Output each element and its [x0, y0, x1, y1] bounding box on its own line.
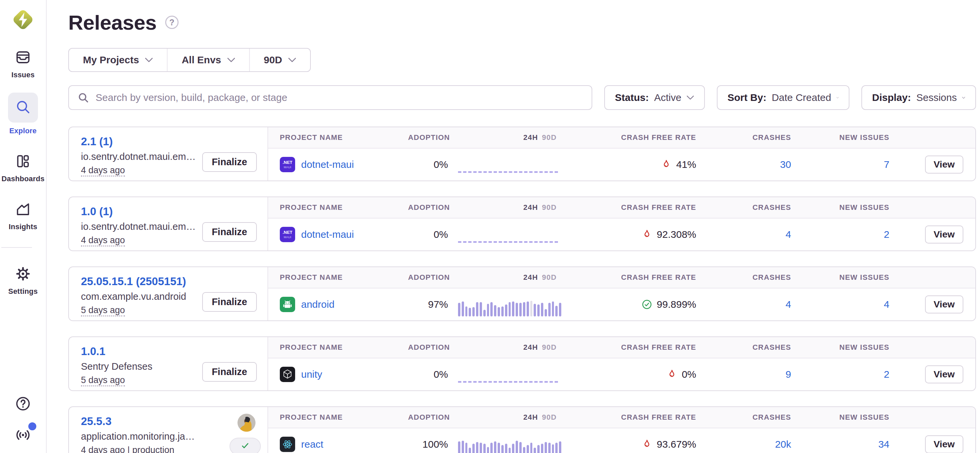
date-range-filter-dropdown[interactable]: 90D: [249, 49, 310, 71]
release-created[interactable]: 4 days ago: [81, 235, 125, 246]
svg-text:.NET: .NET: [283, 160, 293, 165]
header-24h: 24H: [523, 203, 538, 211]
new-issues-count[interactable]: 34: [878, 439, 889, 450]
project-link[interactable]: unity: [301, 369, 322, 380]
crashes-count[interactable]: 30: [780, 159, 791, 170]
sidebar-item-label: Settings: [8, 287, 38, 296]
crashes-count[interactable]: 9: [786, 369, 791, 380]
crash-free-rate-value: 41%: [676, 159, 696, 170]
release-version-link[interactable]: 1.0.1: [81, 345, 105, 358]
new-issues-count[interactable]: 2: [884, 229, 889, 240]
sidebar-nav: IssuesExploreDashboardsInsightsSettings: [2, 31, 44, 296]
header-new-issues: NEW ISSUES: [791, 273, 889, 282]
release-package: io.sentry.dotnet.maui.em…: [81, 221, 221, 232]
release-card: 25.05.15.1 (2505151) com.example.vu.andr…: [68, 267, 976, 321]
search-icon: [78, 92, 89, 103]
projects-filter-dropdown[interactable]: My Projects: [69, 49, 167, 71]
release-version-link[interactable]: 1.0 (1): [81, 205, 113, 218]
crashes-count[interactable]: 4: [786, 229, 791, 240]
new-issues-count[interactable]: 2: [884, 369, 889, 380]
adoption-value: 97%: [408, 299, 448, 310]
release-version-link[interactable]: 25.05.15.1 (2505151): [81, 275, 186, 288]
android-project-icon: [280, 297, 295, 312]
header-adoption: ADOPTION: [408, 413, 448, 422]
header-crashes: CRASHES: [696, 273, 791, 282]
header-90d: 90D: [542, 273, 557, 281]
header-new-issues: NEW ISSUES: [791, 133, 889, 142]
release-summary: 1.0 (1) io.sentry.dotnet.maui.em… 4 days…: [69, 197, 268, 251]
adoption-value: 0%: [408, 159, 448, 170]
sidebar-item-insights[interactable]: Insights: [2, 201, 44, 231]
release-summary: 25.05.15.1 (2505151) com.example.vu.andr…: [69, 267, 268, 320]
adoption-sparkline: [448, 234, 561, 235]
header-crash-free-rate: CRASH FREE RATE: [561, 273, 696, 282]
crash-free-rate-value: 0%: [682, 369, 696, 380]
view-button[interactable]: View: [925, 156, 963, 173]
release-card: 1.0 (1) io.sentry.dotnet.maui.em… 4 days…: [68, 197, 976, 251]
page-title: Releases: [68, 11, 157, 34]
release-table: PROJECT NAME ADOPTION 24H90D CRASH FREE …: [268, 197, 975, 251]
release-table: PROJECT NAME ADOPTION 24H90D CRASH FREE …: [268, 337, 975, 390]
release-table: PROJECT NAME ADOPTION 24H90D CRASH FREE …: [268, 127, 975, 181]
sidebar-divider: [2, 247, 32, 248]
finalized-check-pill[interactable]: [229, 438, 261, 453]
finalize-button[interactable]: Finalize: [202, 152, 257, 172]
sidebar-item-settings[interactable]: Settings: [2, 266, 44, 296]
page-header: Releases ?: [68, 10, 976, 35]
header-project-name: PROJECT NAME: [280, 413, 408, 422]
release-author-avatar[interactable]: [237, 414, 256, 432]
view-button[interactable]: View: [925, 226, 963, 243]
whats-new-icon[interactable]: [15, 427, 31, 444]
adoption-sparkline: [448, 374, 561, 375]
release-created[interactable]: 4 days ago: [81, 165, 125, 176]
project-link[interactable]: android: [301, 299, 334, 310]
release-created[interactable]: 5 days ago: [81, 375, 125, 386]
sidebar-item-issues[interactable]: Issues: [2, 49, 44, 79]
sidebar-item-explore[interactable]: Explore: [2, 92, 44, 135]
release-created[interactable]: 5 days ago: [81, 305, 125, 316]
header-new-issues: NEW ISSUES: [791, 413, 889, 422]
release-version-link[interactable]: 2.1 (1): [81, 135, 113, 148]
finalize-button[interactable]: Finalize: [202, 222, 257, 242]
view-button[interactable]: View: [925, 296, 963, 313]
sentry-logo-icon[interactable]: [11, 8, 35, 31]
crashes-count[interactable]: 20k: [775, 439, 791, 450]
new-issues-count[interactable]: 7: [884, 159, 889, 170]
releases-help-icon[interactable]: ?: [165, 16, 178, 29]
crashes-count[interactable]: 4: [786, 299, 791, 310]
adoption-value: 0%: [408, 369, 448, 380]
view-button[interactable]: View: [925, 366, 963, 383]
svg-text:MAUI: MAUI: [284, 165, 291, 169]
release-version-link[interactable]: 25.5.3: [81, 415, 111, 428]
new-issues-count[interactable]: 4: [884, 299, 889, 310]
crash-free-rate-value: 99.899%: [657, 299, 696, 310]
page-filter-bar: My Projects All Envs 90D: [68, 48, 311, 72]
header-24h: 24H: [523, 343, 538, 351]
status-dropdown[interactable]: Status: Active: [604, 85, 705, 110]
sidebar-item-label: Issues: [11, 71, 35, 79]
sidebar-item-label: Insights: [9, 223, 37, 231]
sort-by-dropdown[interactable]: Sort By: Date Created: [717, 85, 850, 110]
release-summary: 25.5.3 application.monitoring.ja… 4 days…: [69, 407, 268, 453]
view-button[interactable]: View: [925, 436, 963, 453]
display-dropdown[interactable]: Display: Sessions: [861, 85, 976, 110]
adoption-value: 0%: [408, 229, 448, 240]
release-created[interactable]: 4 days ago: [81, 445, 125, 453]
project-link[interactable]: dotnet-maui: [301, 159, 354, 170]
dotnet-maui-project-icon: .NETMAUI: [280, 157, 295, 172]
sidebar-item-dashboards[interactable]: Dashboards: [2, 153, 44, 183]
project-link[interactable]: react: [301, 439, 323, 450]
header-new-issues: NEW ISSUES: [791, 343, 889, 352]
help-icon[interactable]: [15, 396, 31, 413]
release-package: com.example.vu.android: [81, 291, 221, 302]
environments-filter-dropdown[interactable]: All Envs: [167, 49, 249, 71]
finalize-button[interactable]: Finalize: [202, 292, 257, 312]
header-chart-range: 24H90D: [448, 413, 561, 422]
project-link[interactable]: dotnet-maui: [301, 229, 354, 240]
header-24h: 24H: [523, 273, 538, 281]
search-icon: [15, 99, 31, 116]
header-90d: 90D: [542, 203, 557, 211]
release-summary: 1.0.1 Sentry Defenses 5 days ago Finaliz…: [69, 337, 268, 390]
search-input[interactable]: [95, 92, 583, 103]
finalize-button[interactable]: Finalize: [202, 362, 257, 382]
